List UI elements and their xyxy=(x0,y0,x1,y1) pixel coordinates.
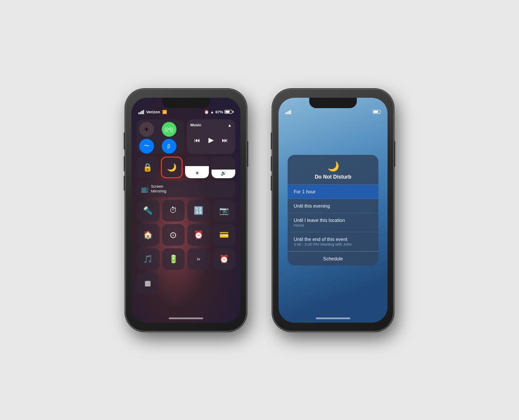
wifi-button[interactable]: 〜 xyxy=(139,139,154,154)
calculator-button[interactable]: 🔢 xyxy=(187,200,210,221)
wifi-icon: 〜 xyxy=(144,142,149,150)
signal-bar-1 xyxy=(138,112,140,114)
qr-icon-glyph: ▦ xyxy=(144,279,151,287)
dnd-for-1-hour-text: For 1 hour xyxy=(294,189,372,194)
sb3 xyxy=(288,111,290,114)
cellular-button[interactable]: ((•)) xyxy=(162,122,176,137)
qr-button[interactable]: ▦ xyxy=(137,273,158,294)
wallet-icon: 💳 xyxy=(219,230,229,240)
apple-tv-button[interactable]: tv xyxy=(187,248,210,270)
camera-button[interactable]: 📷 xyxy=(213,200,236,221)
sb4 xyxy=(290,110,292,114)
signal-bars-2 xyxy=(285,110,291,114)
next-track-button[interactable]: ⏭ xyxy=(222,137,228,144)
timer-icon: ⏱ xyxy=(170,206,177,215)
battery-fill xyxy=(225,111,230,113)
flashlight-icon: 🔦 xyxy=(143,206,153,215)
app-icons-row3: 🎵 🔋 tv ⏰ xyxy=(131,248,240,270)
battery-body-2 xyxy=(373,110,381,114)
phone-2: 🌙 Do Not Disturb For 1 hour Until this e… xyxy=(272,89,394,331)
vol-down-button[interactable] xyxy=(124,176,125,191)
signal-bar-3 xyxy=(141,111,143,114)
phone2-status-left xyxy=(285,110,291,114)
signal-bars xyxy=(138,110,144,114)
dnd-until-evening-text: Until this evening xyxy=(294,203,372,208)
volume-slider[interactable]: 🔊 xyxy=(211,157,235,178)
vol-up-button[interactable] xyxy=(124,156,125,171)
dnd-schedule-label: Schedule xyxy=(323,256,343,261)
control-center-bg: Verizon 📶 ⏰ ▲ 67% xyxy=(131,98,240,323)
dnd-until-event[interactable]: Until the end of this event 3:40 - 5:00 … xyxy=(288,232,378,251)
cc-grid: ✈ ((•)) 〜 β Music xyxy=(131,117,240,200)
home-icon: 🏠 xyxy=(143,230,153,240)
prev-track-button[interactable]: ⏮ xyxy=(194,137,200,144)
wallet-button[interactable]: 💳 xyxy=(213,224,236,246)
music-note-button[interactable]: 🎵 xyxy=(137,248,160,270)
status-right: ⏰ ▲ 67% xyxy=(204,110,234,114)
brightness-icon: ☀ xyxy=(185,170,209,176)
airplay-icon[interactable]: ▲ xyxy=(227,123,232,128)
screen-mirror-icon: 📺 xyxy=(141,186,148,192)
bluetooth-button[interactable]: β xyxy=(162,139,176,154)
music-title: Music xyxy=(190,123,232,127)
phone2-status-right xyxy=(373,110,381,114)
battery-percent: 67% xyxy=(215,110,223,114)
airplane-icon: ✈ xyxy=(144,126,149,133)
dnd-until-location-sub: Home xyxy=(294,223,372,228)
app-icons-row2: 🏠 ⊙ ⏰ 💳 xyxy=(131,224,240,246)
home-button[interactable]: 🏠 xyxy=(137,224,160,246)
bluetooth-icon: β xyxy=(167,143,170,149)
music-controls: ⏮ ▶ ⏭ xyxy=(190,130,232,151)
dnd-until-evening[interactable]: Until this evening xyxy=(288,199,378,213)
sb1 xyxy=(285,112,287,114)
clock-button[interactable]: ⏰ xyxy=(187,224,210,246)
qr-row: ▦ xyxy=(131,270,240,294)
signal-bar-2 xyxy=(140,112,141,114)
dnd-moon-icon: 🌙 xyxy=(327,161,339,172)
dnd-until-location-text: Until I leave this location xyxy=(294,218,372,223)
screen-mirror-row: 📺 ScreenMirroring xyxy=(137,181,235,197)
target-icon: ⊙ xyxy=(170,230,177,240)
home-bar-1[interactable] xyxy=(169,317,203,319)
dnd-title: Do Not Disturb xyxy=(315,174,352,180)
cellular-icon: ((•)) xyxy=(164,126,173,132)
screen-mirroring-button[interactable]: 📺 ScreenMirroring xyxy=(137,181,235,197)
carrier-name: Verizon xyxy=(146,110,160,114)
brightness-slider[interactable]: ☀ xyxy=(185,157,209,178)
signal-bar-4 xyxy=(143,110,144,114)
phone2-vol-down[interactable] xyxy=(271,176,272,191)
rotation-lock-toggle[interactable]: 🔒 xyxy=(137,157,158,178)
battery-indicator xyxy=(224,110,234,114)
dnd-menu: 🌙 Do Not Disturb For 1 hour Until this e… xyxy=(288,155,378,266)
battery-fill-2 xyxy=(374,111,378,113)
dnd-until-location[interactable]: Until I leave this location Home xyxy=(288,213,378,232)
home-bar-2[interactable] xyxy=(316,317,350,319)
play-pause-button[interactable]: ▶ xyxy=(208,136,214,144)
dnd-header: 🌙 Do Not Disturb xyxy=(288,155,378,185)
alarm-icon-app: ⏰ xyxy=(219,254,229,264)
dnd-for-1-hour[interactable]: For 1 hour xyxy=(288,185,378,199)
battery-icon-app: 🔋 xyxy=(169,254,178,264)
dnd-background: 🌙 Do Not Disturb For 1 hour Until this e… xyxy=(279,98,388,323)
notch-1 xyxy=(162,98,210,108)
phone2-vol-up[interactable] xyxy=(271,156,272,171)
phone-1-screen: Verizon 📶 ⏰ ▲ 67% xyxy=(131,98,240,323)
connectivity-group: ✈ ((•)) 〜 β xyxy=(137,119,184,154)
toggles-row: 🔒 🌙 ☀ 🔊 xyxy=(137,157,235,178)
do-not-disturb-toggle[interactable]: 🌙 xyxy=(161,157,183,178)
timer-button[interactable]: ⏱ xyxy=(162,200,185,221)
screen-mirroring-label: ScreenMirroring xyxy=(151,184,167,194)
camera-icon: 📷 xyxy=(219,206,229,215)
alarm-button[interactable]: ⏰ xyxy=(213,248,236,270)
calculator-icon: 🔢 xyxy=(194,206,203,215)
battery-button[interactable]: 🔋 xyxy=(162,248,185,270)
target-button[interactable]: ⊙ xyxy=(162,224,185,246)
apple-tv-icon: tv xyxy=(197,257,200,261)
airplane-mode-button[interactable]: ✈ xyxy=(139,122,154,137)
top-row: ✈ ((•)) 〜 β Music xyxy=(137,119,235,154)
dnd-schedule-button[interactable]: Schedule xyxy=(288,251,378,266)
moon-icon: 🌙 xyxy=(167,163,176,172)
clock-icon: ⏰ xyxy=(194,230,203,240)
flashlight-button[interactable]: 🔦 xyxy=(137,200,160,221)
sb2 xyxy=(287,112,288,114)
